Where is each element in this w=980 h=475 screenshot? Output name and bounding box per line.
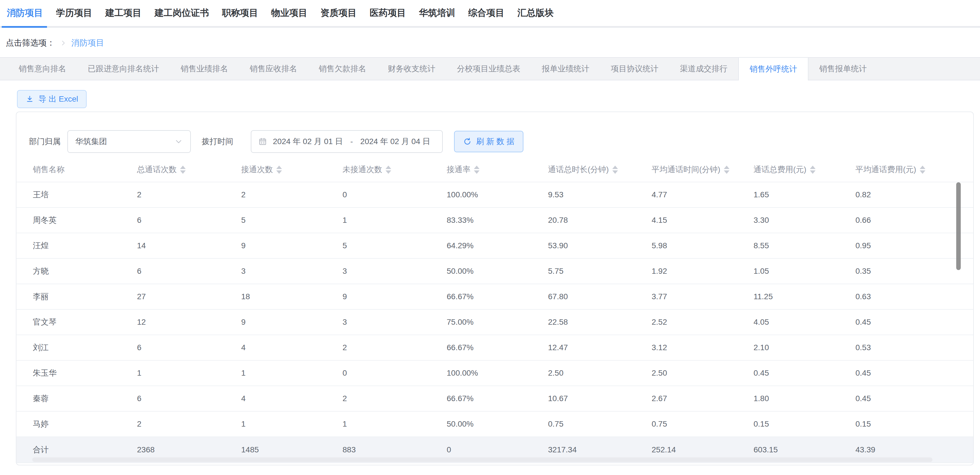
sort-ascending-icon[interactable] [810,165,816,169]
sub-tab-7[interactable]: 分校项目业绩总表 [446,58,531,80]
top-tab-3[interactable]: 建工项目 [105,0,142,26]
sort-descending-icon[interactable] [385,170,391,174]
top-tab-8[interactable]: 医药项目 [370,0,406,26]
top-tab-6[interactable]: 物业项目 [271,0,307,26]
cell: 4 [241,394,342,403]
top-tab-5[interactable]: 职称项目 [222,0,258,26]
column-header-label: 销售名称 [33,164,65,175]
table-row: 王培220100.00%9.534.771.650.82 [16,182,973,208]
sub-tab-1[interactable]: 销售意向排名 [8,58,77,80]
top-tab-1[interactable]: 消防项目 [7,0,43,26]
sort-descending-icon[interactable] [612,170,618,174]
top-tab-2[interactable]: 学历项目 [56,0,92,26]
cell: 0.75 [548,419,652,429]
page: 消防项目学历项目建工项目建工岗位证书职称项目物业项目资质项目医药项目华筑培训综合… [0,0,980,475]
column-header-label: 平均通话费用(元) [856,164,916,175]
horizontal-scrollbar-thumb[interactable] [32,458,932,462]
breadcrumb-link[interactable]: 消防项目 [72,37,104,49]
sort-caret-icons[interactable] [180,165,186,174]
cell-sales-name: 马婷 [33,419,137,429]
column-header-2[interactable]: 总通话次数 [137,164,241,175]
cell: 66.67% [447,343,548,352]
column-header-6[interactable]: 通话总时长(分钟) [548,164,652,175]
date-start-value: 2024 年 02 月 01 日 [273,136,343,147]
call-time-label: 拨打时间 [202,136,233,147]
top-tab-7[interactable]: 资质项目 [320,0,357,26]
refresh-data-button[interactable]: 刷 新 数 据 [454,131,523,152]
sub-tab-6[interactable]: 财务收支统计 [377,58,446,80]
sort-descending-icon[interactable] [474,170,479,174]
cell: 4.15 [652,216,754,225]
sort-descending-icon[interactable] [810,170,816,174]
date-end-value: 2024 年 02 月 04 日 [360,136,430,147]
table-row: 李丽2718966.67%67.803.7711.250.63 [16,284,973,310]
download-icon [25,95,34,103]
date-range-picker[interactable]: 2024 年 02 月 01 日 - 2024 年 02 月 04 日 [251,130,443,153]
column-header-3[interactable]: 接通次数 [241,164,342,175]
cell: 1.92 [652,267,754,276]
cell: 1 [342,419,447,429]
column-header-4[interactable]: 未接通次数 [342,164,447,175]
column-header-label: 接通次数 [241,164,273,175]
top-tab-4[interactable]: 建工岗位证书 [154,0,209,26]
cell-sales-name: 李丽 [33,291,137,302]
sort-ascending-icon[interactable] [724,165,729,169]
chevron-right-icon [59,39,67,47]
cell: 2.10 [754,343,856,352]
sub-tab-8[interactable]: 报单业绩统计 [531,58,600,80]
sub-tab-11[interactable]: 销售外呼统计 [738,58,808,80]
cell: 6 [137,216,241,225]
sub-tab-5[interactable]: 销售欠款排名 [308,58,377,80]
sort-descending-icon[interactable] [180,170,186,174]
cell: 9 [241,241,342,250]
sort-caret-icons[interactable] [810,165,816,174]
sub-tab-9[interactable]: 项目协议统计 [600,58,669,80]
sort-caret-icons[interactable] [612,165,618,174]
column-header-5[interactable]: 接通率 [447,164,548,175]
vertical-scrollbar-thumb[interactable] [956,182,961,270]
sort-descending-icon[interactable] [276,170,282,174]
cell: 1 [137,369,241,378]
cell: 18 [241,292,342,301]
top-tab-10[interactable]: 综合项目 [468,0,504,26]
sort-ascending-icon[interactable] [180,165,186,169]
table-row: 汪煌149564.29%53.905.988.550.95 [16,233,973,259]
cell: 0.15 [754,419,856,429]
sort-caret-icons[interactable] [474,165,479,174]
calendar-icon [258,137,267,146]
sort-ascending-icon[interactable] [474,165,479,169]
column-header-8[interactable]: 通话总费用(元) [754,164,856,175]
column-header-7[interactable]: 平均通话时间(分钟) [652,164,754,175]
export-excel-button[interactable]: 导 出 Excel [17,90,87,108]
cell: 2.67 [652,394,754,403]
sort-ascending-icon[interactable] [385,165,391,169]
sort-ascending-icon[interactable] [276,165,282,169]
top-tab-9[interactable]: 华筑培训 [419,0,455,26]
cell-sales-name: 方晓 [33,266,137,276]
cell-sales-name: 汪煌 [33,240,137,251]
sub-tab-12[interactable]: 销售报单统计 [808,58,878,80]
sort-ascending-icon[interactable] [920,165,925,169]
sort-caret-icons[interactable] [920,165,925,174]
cell: 20.78 [548,216,652,225]
sort-caret-icons[interactable] [385,165,391,174]
top-tab-11[interactable]: 汇总版块 [517,0,554,26]
sort-descending-icon[interactable] [920,170,925,174]
sub-tab-2[interactable]: 已跟进意向排名统计 [77,58,170,80]
sub-tab-4[interactable]: 销售应收排名 [239,58,308,80]
sub-tab-10[interactable]: 渠道成交排行 [669,58,738,80]
column-header-9[interactable]: 平均通话费用(元) [856,164,973,175]
sort-ascending-icon[interactable] [612,165,618,169]
sort-descending-icon[interactable] [724,170,729,174]
department-select[interactable]: 华筑集团 [67,130,191,153]
cell: 14 [137,241,241,250]
breadcrumb: 点击筛选项： 消防项目 [6,37,980,49]
cell-sales-name: 官文琴 [33,317,137,327]
sort-caret-icons[interactable] [276,165,282,174]
sort-caret-icons[interactable] [724,165,729,174]
cell: 66.67% [447,394,548,403]
cell: 2 [137,419,241,429]
stats-table: 销售名称总通话次数接通次数未接通次数接通率通话总时长(分钟)平均通话时间(分钟)… [16,157,973,463]
sub-tab-3[interactable]: 销售业绩排名 [170,58,239,80]
cell: 2 [137,190,241,199]
